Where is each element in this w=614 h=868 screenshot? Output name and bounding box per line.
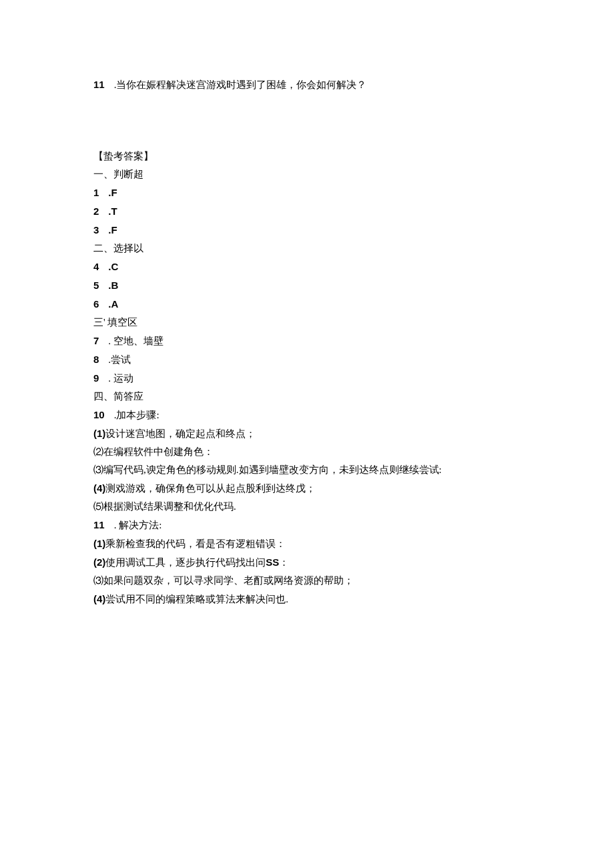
- step-text: 在编程软件中创建角色：: [103, 446, 214, 457]
- q10-step: ⑸根据测试结果调整和优化代玛.: [93, 498, 524, 516]
- step-text: 根据测试结果调整和优化代玛.: [103, 501, 236, 512]
- answer-item: 8.尝试: [93, 350, 524, 369]
- step-text: 如果问题双杂，可以寻求同学、老酊或网络资源的帮助；: [103, 575, 354, 586]
- answer-header: 【蛰考答案】: [93, 147, 524, 165]
- item-num: 4: [93, 258, 99, 276]
- section2-title: 二、选择以: [93, 240, 524, 258]
- question-11: 11.当你在娠程解决迷宫游戏时遇到了困雄，你会如何解决？: [93, 75, 524, 94]
- answer-item: 1.F: [93, 183, 524, 202]
- answer-item: 2.T: [93, 202, 524, 221]
- q10-step: ⑶编写代码,谀定角色的移动规则.如遇到墙壁改变方向，未到达终点则继续尝试:: [93, 461, 524, 479]
- item-num: 10: [93, 406, 105, 424]
- q11-number: 11: [93, 75, 105, 93]
- spacer: [93, 94, 524, 147]
- answer-item: 5.B: [93, 276, 524, 295]
- q11-step: (2)使用调试工具，逐步执行代码找出问SS：: [93, 553, 524, 572]
- answer-item: 7. 空地、墙壁: [93, 332, 524, 350]
- q11-answer-header: 11. 解决方法:: [93, 516, 524, 534]
- q10-header: 10.加本步骤:: [93, 406, 524, 424]
- step-tail: SS: [266, 556, 279, 568]
- step-num: (1): [93, 428, 105, 439]
- step-text: 测戏游戏，确保角色可以从起点股利到达终戊；: [105, 483, 316, 494]
- item-val: .尝试: [108, 354, 131, 365]
- step-text: 尝试用不同的编程策略或算法来解决问也.: [105, 594, 288, 604]
- item-val: . 解决方法:: [114, 520, 162, 530]
- step-suffix: ：: [279, 557, 289, 568]
- item-num: 1: [93, 183, 99, 201]
- step-text: 使用调试工具，逐步执行代码找出问: [105, 557, 266, 568]
- q11-step: ⑶如果问题双杂，可以寻求同学、老酊或网络资源的帮助；: [93, 572, 524, 590]
- q11-step: (1)乘新检查我的代码，看是否有逻粗错误：: [93, 534, 524, 553]
- step-num: (2): [93, 556, 105, 568]
- step-num: ⑸: [93, 501, 103, 512]
- item-num: 6: [93, 295, 99, 313]
- step-text: 编写代码,谀定角色的移动规则.如遇到墙壁改变方向，未到达终点则继续尝试:: [103, 464, 442, 475]
- step-num: (4): [93, 482, 105, 494]
- item-val: .F: [108, 187, 117, 198]
- step-num: ⑶: [93, 464, 103, 475]
- item-val: .F: [108, 224, 117, 236]
- step-text: 乘新检查我的代码，看是否有逻粗错误：: [105, 538, 286, 549]
- item-num: 2: [93, 202, 99, 220]
- q10-step: (4)测戏游戏，确保角色可以从起点股利到达终戊；: [93, 479, 524, 498]
- item-num: 11: [93, 516, 105, 534]
- step-text: 设计迷宫地图，确定起点和终点；: [105, 428, 256, 439]
- answer-item: 4.C: [93, 258, 524, 276]
- q10-step: ⑵在编程软件中创建角色：: [93, 443, 524, 461]
- step-num: ⑵: [93, 446, 103, 457]
- item-val: .C: [108, 261, 118, 272]
- step-num: (4): [93, 593, 105, 604]
- item-val: . 运动: [108, 373, 133, 384]
- section4-title: 四、简答应: [93, 388, 524, 406]
- step-num: ⑶: [93, 575, 103, 586]
- item-num: 8: [93, 350, 99, 368]
- item-val: .B: [108, 280, 118, 291]
- item-num: 9: [93, 369, 99, 387]
- q10-step: (1)设计迷宫地图，确定起点和终点；: [93, 424, 524, 443]
- item-val: .T: [108, 205, 117, 217]
- item-val: .加本步骤:: [114, 410, 160, 420]
- answer-item: 9. 运动: [93, 369, 524, 388]
- section3-title: 三' 填空区: [93, 314, 524, 332]
- item-num: 7: [93, 332, 99, 350]
- item-val: .A: [108, 298, 118, 310]
- item-num: 3: [93, 221, 99, 239]
- answer-item: 3.F: [93, 221, 524, 240]
- section1-title: 一、判断超: [93, 165, 524, 183]
- step-num: (1): [93, 538, 105, 549]
- item-val: . 空地、墙壁: [108, 336, 164, 346]
- answer-item: 6.A: [93, 295, 524, 314]
- q11-text: .当你在娠程解决迷宫游戏时遇到了困雄，你会如何解决？: [114, 79, 367, 90]
- item-num: 5: [93, 276, 99, 294]
- q11-step: (4)尝试用不同的编程策略或算法来解决问也.: [93, 590, 524, 608]
